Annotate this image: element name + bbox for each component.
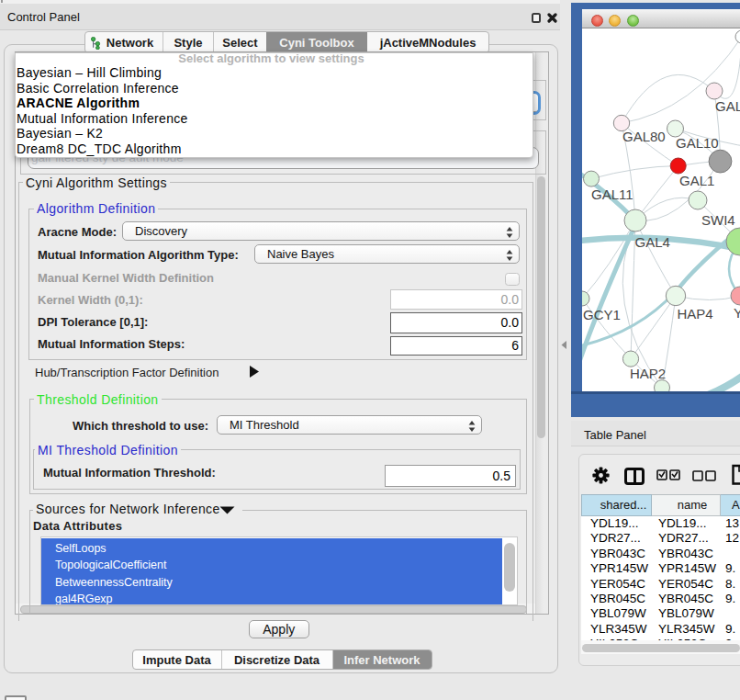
svg-text:GCY1: GCY1: [583, 307, 621, 322]
svg-text:SWI4: SWI4: [701, 212, 735, 228]
svg-text:GAL11: GAL11: [591, 186, 633, 202]
svg-text:GAL2: GAL2: [715, 98, 740, 114]
svg-text:GAL1: GAL1: [679, 173, 714, 188]
svg-text:HAP4: HAP4: [678, 306, 713, 322]
svg-text:HAP2: HAP2: [630, 366, 666, 381]
svg-text:GAL4: GAL4: [635, 234, 670, 250]
svg-text:GAL10: GAL10: [676, 135, 719, 151]
svg-text:Y: Y: [734, 305, 740, 321]
svg-text:GAL80: GAL80: [622, 129, 666, 144]
